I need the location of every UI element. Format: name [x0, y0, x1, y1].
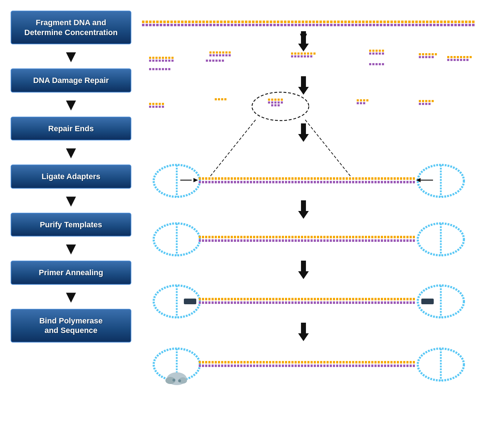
svg-rect-895 — [397, 365, 399, 367]
svg-rect-385 — [349, 177, 351, 180]
svg-rect-291 — [149, 103, 151, 105]
svg-rect-889 — [378, 365, 380, 367]
svg-rect-879 — [346, 365, 348, 367]
svg-rect-345 — [221, 177, 223, 180]
svg-rect-581 — [311, 239, 313, 242]
svg-rect-9 — [167, 21, 169, 23]
svg-rect-405 — [413, 177, 415, 180]
svg-rect-370 — [301, 177, 303, 180]
svg-rect-633 — [240, 298, 242, 300]
svg-rect-210 — [216, 51, 218, 54]
svg-rect-482 — [212, 236, 214, 238]
diagrams-svg — [138, 11, 479, 428]
svg-rect-894 — [394, 365, 396, 367]
svg-rect-438 — [301, 181, 303, 183]
svg-rect-352 — [243, 177, 246, 180]
diagram-arrow-4b — [298, 211, 309, 219]
svg-rect-185 — [458, 24, 460, 26]
svg-rect-235 — [313, 52, 316, 55]
dashed-line-right — [305, 120, 351, 177]
svg-rect-641 — [266, 298, 268, 300]
svg-rect-424 — [256, 181, 258, 183]
svg-rect-74 — [398, 21, 400, 23]
svg-rect-117 — [217, 24, 219, 26]
svg-rect-425 — [259, 181, 262, 183]
svg-rect-229 — [294, 52, 296, 55]
svg-rect-493 — [247, 236, 249, 238]
svg-rect-508 — [295, 236, 297, 238]
svg-rect-58 — [341, 21, 343, 23]
svg-rect-659 — [323, 298, 325, 300]
svg-rect-624 — [212, 298, 214, 300]
svg-rect-576 — [295, 239, 297, 242]
svg-rect-45 — [295, 21, 297, 23]
svg-rect-786 — [266, 361, 268, 363]
svg-rect-432 — [282, 181, 284, 183]
svg-rect-88 — [447, 21, 450, 23]
svg-rect-569 — [272, 239, 274, 242]
stage4-left-adapter — [154, 165, 200, 197]
svg-rect-890 — [381, 365, 383, 367]
svg-rect-526 — [352, 236, 354, 238]
svg-rect-8 — [163, 21, 166, 23]
svg-rect-679 — [387, 298, 389, 300]
svg-rect-409 — [208, 181, 210, 183]
svg-rect-151 — [337, 24, 340, 26]
svg-rect-364 — [282, 177, 284, 180]
svg-rect-668 — [352, 298, 354, 300]
svg-rect-202 — [155, 60, 158, 62]
svg-rect-375 — [317, 177, 319, 180]
svg-rect-708 — [263, 301, 265, 304]
svg-rect-195 — [159, 57, 161, 59]
svg-rect-346 — [224, 177, 226, 180]
svg-rect-560 — [243, 239, 246, 242]
svg-rect-775 — [231, 361, 233, 363]
svg-rect-26 — [227, 21, 230, 23]
svg-rect-207 — [171, 60, 174, 62]
svg-rect-543 — [406, 236, 409, 238]
svg-rect-555 — [228, 239, 230, 242]
svg-rect-883 — [358, 365, 361, 367]
svg-rect-3 — [146, 21, 148, 23]
svg-rect-684 — [403, 298, 405, 300]
svg-rect-44 — [291, 21, 294, 23]
svg-rect-400 — [397, 177, 399, 180]
svg-rect-819 — [371, 361, 373, 363]
svg-rect-690 — [205, 301, 207, 304]
svg-rect-380 — [333, 177, 335, 180]
svg-rect-877 — [339, 365, 341, 367]
svg-rect-484 — [218, 236, 220, 238]
svg-rect-99 — [153, 24, 155, 26]
svg-rect-772 — [221, 361, 223, 363]
svg-rect-120 — [227, 24, 230, 26]
svg-rect-872 — [323, 365, 325, 367]
svg-rect-573 — [285, 239, 287, 242]
svg-rect-267 — [457, 56, 459, 58]
svg-rect-604 — [384, 239, 386, 242]
svg-rect-296 — [149, 106, 151, 108]
svg-rect-557 — [234, 239, 236, 242]
svg-rect-359 — [266, 177, 268, 180]
svg-rect-138 — [291, 24, 294, 26]
svg-rect-749 — [394, 301, 396, 304]
svg-rect-706 — [256, 301, 258, 304]
svg-rect-293 — [155, 103, 158, 105]
svg-rect-812 — [349, 361, 351, 363]
svg-rect-331 — [422, 103, 424, 105]
svg-rect-446 — [327, 181, 329, 183]
svg-rect-368 — [295, 177, 297, 180]
svg-rect-467 — [394, 181, 396, 183]
svg-rect-733 — [343, 301, 345, 304]
svg-rect-319 — [360, 99, 362, 101]
svg-rect-514 — [314, 236, 316, 238]
svg-rect-378 — [327, 177, 329, 180]
svg-rect-301 — [215, 98, 217, 100]
svg-rect-140 — [298, 24, 301, 26]
svg-rect-122 — [234, 24, 237, 26]
svg-rect-717 — [291, 301, 294, 304]
svg-rect-516 — [320, 236, 322, 238]
svg-rect-479 — [202, 236, 204, 238]
svg-rect-746 — [384, 301, 386, 304]
svg-rect-561 — [247, 239, 249, 242]
svg-rect-167 — [394, 24, 396, 26]
